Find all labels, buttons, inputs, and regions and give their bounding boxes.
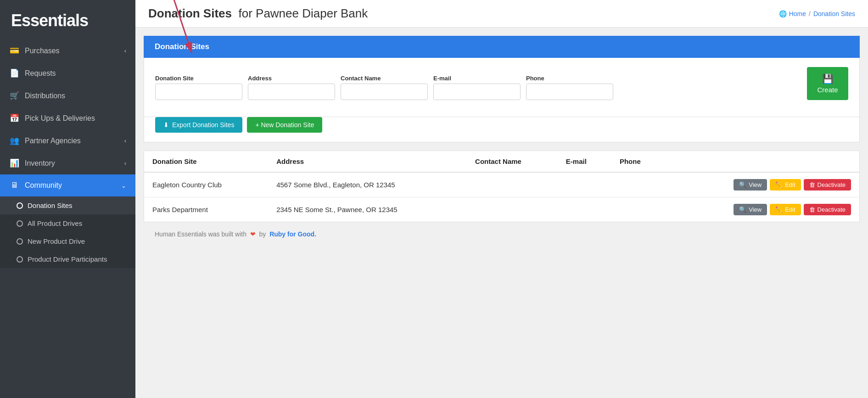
- circle-icon-new-product-drive: [17, 238, 23, 245]
- sidebar-sub-item-new-product-drive-label: New Product Drive: [28, 237, 85, 245]
- cell-contact-name: [467, 197, 558, 222]
- cell-actions: 🔍 View ✏️ Edit 🗑 Deactivate: [666, 172, 859, 197]
- sidebar-item-inventory-label: Inventory: [25, 159, 55, 168]
- cell-email: [558, 172, 611, 197]
- sidebar-item-community[interactable]: 🖥 Community ⌄: [0, 174, 135, 196]
- trash-icon: 🗑: [809, 181, 815, 188]
- page-title-suffix: for Pawnee Diaper Bank: [238, 6, 368, 20]
- sidebar-item-community-label: Community: [25, 181, 62, 190]
- filter-col-email: E-mail: [433, 75, 521, 100]
- edit-button-0[interactable]: ✏️ Edit: [770, 179, 801, 191]
- filter-input-contact-name[interactable]: [341, 84, 428, 100]
- purchases-icon: 💳: [9, 46, 19, 56]
- cell-address: 4567 Some Blvd., Eagleton, OR 12345: [268, 172, 467, 197]
- ruby-for-good-link[interactable]: Ruby for Good.: [269, 230, 316, 238]
- data-table-wrapper: Donation Site Address Contact Name E-mai…: [144, 151, 860, 222]
- chevron-right-icon: ‹: [124, 47, 126, 54]
- cell-contact-name: [467, 172, 558, 197]
- breadcrumb-home-link[interactable]: 🌐 Home: [779, 10, 806, 17]
- table-body: Eagleton Country Club 4567 Some Blvd., E…: [144, 172, 859, 222]
- filter-col-contact-name: Contact Name: [341, 75, 428, 100]
- col-header-actions: [666, 151, 859, 172]
- magnifier-icon: 🔍: [739, 181, 746, 188]
- sidebar-item-distributions-label: Distributions: [25, 92, 65, 100]
- col-header-email: E-mail: [558, 151, 611, 172]
- deactivate-button-1[interactable]: 🗑 Deactivate: [804, 204, 851, 215]
- cell-donation-site: Eagleton Country Club: [144, 172, 268, 197]
- footer-text-after: by: [259, 230, 266, 238]
- sidebar-sub-item-all-product-drives-label: All Product Drives: [28, 219, 82, 227]
- edit-button-1[interactable]: ✏️ Edit: [770, 204, 801, 215]
- sidebar-item-partner-agencies[interactable]: 👥 Partner Agencies ‹: [0, 129, 135, 152]
- circle-icon-donation-sites: [17, 202, 23, 209]
- chevron-right-icon-2: ‹: [124, 137, 126, 144]
- view-button-1[interactable]: 🔍 View: [734, 204, 767, 215]
- filter-col-phone: Phone: [526, 75, 613, 100]
- sidebar-item-inventory[interactable]: 📊 Inventory ‹: [0, 152, 135, 174]
- sidebar-sub-item-all-product-drives[interactable]: All Product Drives: [0, 214, 135, 232]
- app-logo: Essentials: [0, 0, 135, 39]
- filter-input-phone[interactable]: [526, 84, 613, 100]
- row-action-buttons: 🔍 View ✏️ Edit 🗑 Deactivate: [674, 179, 851, 191]
- pickups-icon: 📅: [9, 113, 19, 123]
- footer: Human Essentials was built with ❤ by Rub…: [144, 222, 860, 238]
- filter-input-donation-site[interactable]: [155, 84, 242, 100]
- section-header: Donation Sites: [144, 36, 860, 58]
- filter-label-phone: Phone: [526, 75, 613, 82]
- sidebar-item-distributions[interactable]: 🛒 Distributions: [0, 84, 135, 107]
- sidebar-item-purchases-label: Purchases: [25, 47, 60, 55]
- sidebar-item-requests[interactable]: 📄 Requests: [0, 62, 135, 84]
- filter-input-email[interactable]: [433, 84, 521, 100]
- donation-sites-table: Donation Site Address Contact Name E-mai…: [144, 151, 859, 222]
- filter-label-address: Address: [248, 75, 335, 82]
- sidebar-sub-item-product-drive-participants[interactable]: Product Drive Participants: [0, 250, 135, 268]
- create-button-label: Create: [817, 86, 838, 94]
- create-button[interactable]: 💾 Create: [807, 67, 848, 100]
- sidebar-sub-item-product-drive-participants-label: Product Drive Participants: [28, 255, 107, 263]
- export-button-label: Export Donation Sites: [172, 121, 234, 129]
- sidebar-sub-item-donation-sites-label: Donation Sites: [28, 202, 73, 209]
- cell-email: [558, 197, 611, 222]
- inventory-icon: 📊: [9, 158, 19, 168]
- sidebar-sub-item-donation-sites[interactable]: Donation Sites: [0, 196, 135, 214]
- download-icon: ⬇: [163, 121, 169, 129]
- breadcrumb-separator: /: [809, 10, 811, 17]
- partner-agencies-icon: 👥: [9, 136, 19, 146]
- sidebar-item-pickups[interactable]: 📅 Pick Ups & Deliveries: [0, 107, 135, 129]
- save-icon: 💾: [822, 73, 834, 84]
- page-title-area: Donation Sites for Pawnee Diaper Bank: [148, 6, 368, 21]
- community-icon: 🖥: [9, 181, 19, 190]
- new-donation-site-button[interactable]: + New Donation Site: [247, 117, 322, 133]
- sidebar: Essentials 💳 Purchases ‹ 📄 Requests 🛒 Di…: [0, 0, 135, 398]
- sidebar-sub-item-new-product-drive[interactable]: New Product Drive: [0, 232, 135, 250]
- edit-icon: ✏️: [775, 206, 783, 213]
- content-area: Donation Sites Donation Site: [135, 28, 868, 247]
- view-label: View: [749, 181, 762, 188]
- row-action-buttons: 🔍 View ✏️ Edit 🗑 Deactivate: [674, 204, 851, 215]
- new-donation-site-button-label: + New Donation Site: [255, 121, 314, 129]
- table-row: Eagleton Country Club 4567 Some Blvd., E…: [144, 172, 859, 197]
- cell-address: 2345 NE Some St., Pawnee, OR 12345: [268, 197, 467, 222]
- sidebar-item-requests-label: Requests: [25, 69, 56, 78]
- filter-label-email: E-mail: [433, 75, 521, 82]
- export-button[interactable]: ⬇ Export Donation Sites: [155, 117, 242, 133]
- col-header-address: Address: [268, 151, 467, 172]
- edit-label: Edit: [785, 206, 795, 213]
- action-row: ⬇ Export Donation Sites + New Donation S…: [144, 117, 860, 142]
- filter-row: Donation Site Address Contact Name: [155, 67, 848, 100]
- filter-label-donation-site: Donation Site: [155, 75, 242, 82]
- requests-icon: 📄: [9, 68, 19, 78]
- filter-form: Donation Site Address Contact Name: [144, 58, 860, 117]
- col-header-phone: Phone: [611, 151, 666, 172]
- col-header-donation-site: Donation Site: [144, 151, 268, 172]
- magnifier-icon: 🔍: [739, 206, 746, 213]
- deactivate-button-0[interactable]: 🗑 Deactivate: [804, 179, 851, 191]
- view-button-0[interactable]: 🔍 View: [734, 179, 767, 191]
- sidebar-item-partner-agencies-label: Partner Agencies: [25, 137, 81, 145]
- filter-input-address[interactable]: [248, 84, 335, 100]
- filter-col-donation-site: Donation Site: [155, 75, 242, 100]
- chevron-down-icon: ⌄: [121, 182, 126, 189]
- main-content: Donation Sites for Pawnee Diaper Bank 🌐 …: [135, 0, 868, 398]
- sidebar-item-purchases[interactable]: 💳 Purchases ‹: [0, 39, 135, 62]
- edit-label: Edit: [785, 181, 795, 188]
